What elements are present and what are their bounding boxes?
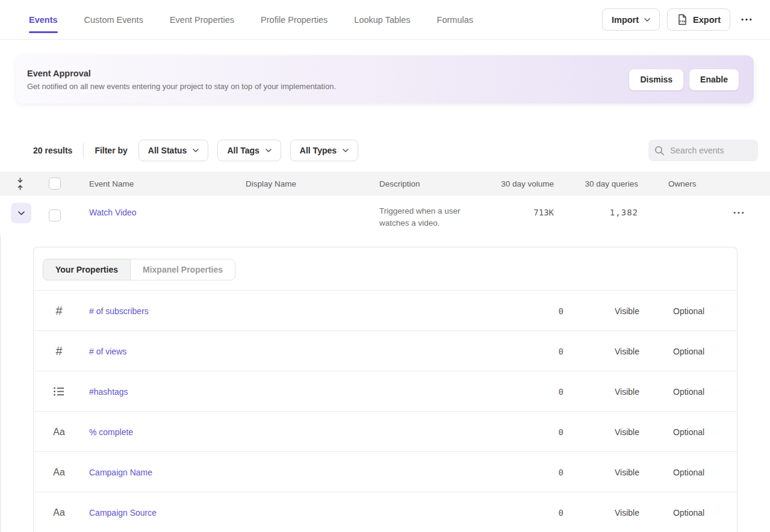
tab-your-properties[interactable]: Your Properties bbox=[43, 259, 131, 280]
property-requirement: Optional bbox=[673, 291, 704, 331]
header-checkbox-cell bbox=[49, 172, 61, 196]
column-display-name: Display Name bbox=[246, 172, 296, 196]
property-name-link[interactable]: Campaign Source bbox=[89, 492, 157, 532]
property-visibility: Visible bbox=[615, 452, 639, 492]
property-row: #hashtags 0 Visible Optional bbox=[34, 371, 737, 412]
tab-events[interactable]: Events bbox=[29, 0, 58, 39]
nav-tabs: Events Custom Events Event Properties Pr… bbox=[29, 0, 473, 39]
expanded-row-edge bbox=[0, 196, 1, 532]
property-row: # # of subscribers 0 Visible Optional bbox=[34, 291, 737, 331]
select-all-checkbox[interactable] bbox=[49, 178, 61, 190]
property-name-link[interactable]: % complete bbox=[89, 412, 133, 452]
property-requirement: Optional bbox=[673, 452, 704, 492]
chevron-down-icon bbox=[343, 149, 349, 152]
property-visibility: Visible bbox=[615, 371, 639, 412]
banner-description: Get notified on all new events entering … bbox=[27, 82, 336, 91]
search-icon bbox=[654, 146, 665, 156]
csv-file-icon: csv bbox=[677, 14, 688, 25]
property-row: Aa Campaign Source 0 Visible Optional bbox=[34, 492, 737, 532]
chevron-down-icon bbox=[18, 211, 25, 215]
lexicon-page: Events Custom Events Event Properties Pr… bbox=[0, 0, 770, 532]
event-description-line1: Triggered when a user bbox=[379, 205, 461, 217]
event-description-line2: watches a video. bbox=[379, 217, 461, 229]
chevron-down-icon bbox=[265, 149, 272, 152]
property-volume: 0 bbox=[491, 492, 564, 532]
banner-text: Event Approval Get notified on all new e… bbox=[27, 69, 336, 91]
row-checkbox[interactable] bbox=[49, 209, 61, 221]
column-queries: 30 day queries bbox=[554, 172, 638, 196]
tab-custom-events[interactable]: Custom Events bbox=[84, 0, 143, 39]
tab-mixpanel-properties[interactable]: Mixpanel Properties bbox=[130, 259, 235, 280]
property-visibility: Visible bbox=[615, 412, 639, 452]
results-count: 20 results bbox=[33, 146, 72, 155]
collapse-rows-icon[interactable] bbox=[16, 172, 24, 196]
tab-event-properties[interactable]: Event Properties bbox=[170, 0, 234, 39]
property-requirement: Optional bbox=[673, 412, 704, 452]
tab-formulas[interactable]: Formulas bbox=[437, 0, 473, 39]
property-name-link[interactable]: # of subscribers bbox=[89, 291, 149, 331]
filter-toolbar: 20 results Filter by All Status All Tags… bbox=[33, 140, 758, 161]
event-queries-value: 1,382 bbox=[554, 206, 638, 218]
status-filter-dropdown[interactable]: All Status bbox=[138, 140, 209, 161]
top-nav: Events Custom Events Event Properties Pr… bbox=[0, 0, 770, 40]
tab-profile-properties[interactable]: Profile Properties bbox=[261, 0, 328, 39]
export-button[interactable]: csv Export bbox=[667, 8, 730, 31]
tags-filter-dropdown[interactable]: All Tags bbox=[217, 140, 281, 161]
property-requirement: Optional bbox=[673, 371, 704, 412]
types-filter-dropdown[interactable]: All Types bbox=[290, 140, 358, 161]
status-filter-label: All Status bbox=[148, 146, 187, 155]
property-visibility: Visible bbox=[615, 492, 639, 532]
text-type-icon: Aa bbox=[48, 492, 70, 532]
property-visibility: Visible bbox=[615, 291, 639, 331]
import-button[interactable]: Import bbox=[602, 8, 660, 31]
tab-lookup-tables[interactable]: Lookup Tables bbox=[354, 0, 410, 39]
filter-by-label: Filter by bbox=[95, 146, 127, 155]
tags-filter-label: All Tags bbox=[227, 146, 259, 155]
property-name-link[interactable]: # of views bbox=[89, 331, 126, 371]
properties-list: # # of subscribers 0 Visible Optional # … bbox=[34, 291, 737, 532]
svg-text:csv: csv bbox=[680, 19, 686, 23]
property-volume: 0 bbox=[491, 452, 564, 492]
property-row: Aa % complete 0 Visible Optional bbox=[34, 412, 737, 452]
column-owners: Owners bbox=[668, 172, 697, 196]
banner-actions: Dismiss Enable bbox=[629, 69, 739, 90]
toolbar-divider bbox=[83, 143, 84, 158]
chevron-down-icon bbox=[193, 149, 199, 152]
search-input[interactable] bbox=[670, 146, 748, 155]
column-event-name: Event Name bbox=[89, 172, 134, 196]
event-description: Triggered when a user watches a video. bbox=[379, 205, 461, 229]
property-requirement: Optional bbox=[673, 492, 704, 532]
collapse-row-button[interactable] bbox=[11, 203, 31, 223]
event-approval-banner: Event Approval Get notified on all new e… bbox=[16, 55, 754, 104]
search-box bbox=[648, 140, 758, 161]
export-button-label: Export bbox=[693, 15, 721, 25]
properties-tabs: Your Properties Mixpanel Properties bbox=[43, 259, 235, 280]
number-type-icon: # bbox=[48, 331, 70, 371]
table-header: Event Name Display Name Description 30 d… bbox=[0, 172, 770, 196]
column-volume: 30 day volume bbox=[470, 172, 554, 196]
property-row: Aa Campaign Name 0 Visible Optional bbox=[34, 452, 737, 492]
property-volume: 0 bbox=[491, 291, 564, 331]
property-requirement: Optional bbox=[673, 331, 704, 371]
property-row: # # of views 0 Visible Optional bbox=[34, 331, 737, 371]
dismiss-button[interactable]: Dismiss bbox=[629, 69, 683, 90]
text-type-icon: Aa bbox=[48, 452, 70, 492]
more-options-icon[interactable] bbox=[737, 16, 756, 23]
enable-button[interactable]: Enable bbox=[689, 69, 739, 90]
property-volume: 0 bbox=[491, 331, 564, 371]
banner-title: Event Approval bbox=[27, 69, 336, 78]
text-type-icon: Aa bbox=[48, 412, 70, 452]
property-name-link[interactable]: #hashtags bbox=[89, 371, 128, 412]
column-description: Description bbox=[379, 172, 420, 196]
property-volume: 0 bbox=[491, 412, 564, 452]
number-type-icon: # bbox=[48, 291, 70, 331]
types-filter-label: All Types bbox=[300, 146, 337, 155]
property-volume: 0 bbox=[491, 371, 564, 412]
table-row: Watch Video Triggered when a user watche… bbox=[0, 196, 770, 235]
nav-actions: Import csv Export bbox=[602, 8, 756, 31]
event-volume-value: 713K bbox=[470, 206, 554, 218]
chevron-down-icon bbox=[644, 18, 650, 22]
row-more-options-icon[interactable] bbox=[730, 209, 748, 217]
event-name-link[interactable]: Watch Video bbox=[89, 206, 137, 218]
property-name-link[interactable]: Campaign Name bbox=[89, 452, 152, 492]
